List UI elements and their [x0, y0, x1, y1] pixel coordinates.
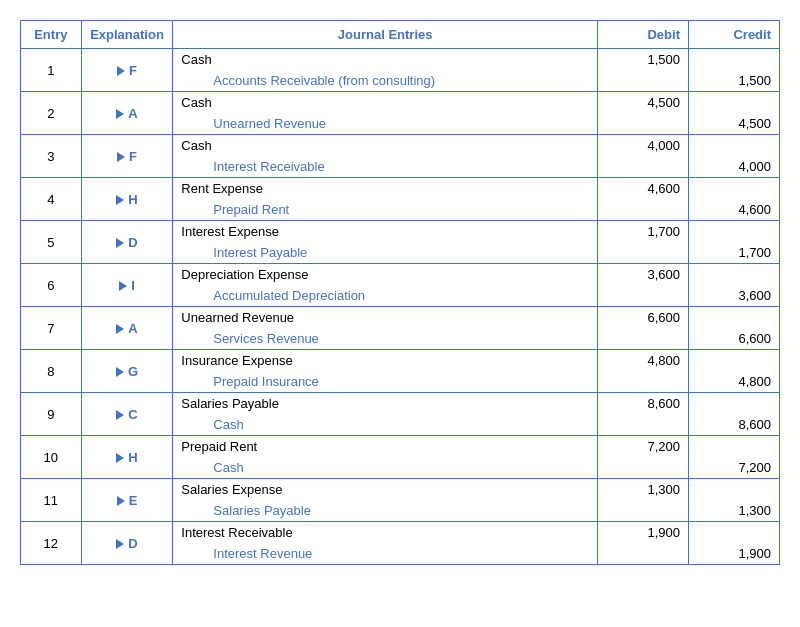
debit-account: Cash — [173, 49, 598, 71]
table-row: 3FCash4,000 — [21, 135, 780, 157]
debit-value-empty — [597, 414, 688, 436]
header-entry: Entry — [21, 21, 82, 49]
credit-account: Unearned Revenue — [173, 113, 598, 135]
credit-value-empty — [688, 92, 779, 114]
debit-value-empty — [597, 371, 688, 393]
debit-value: 4,600 — [597, 178, 688, 200]
table-row: 12DInterest Receivable1,900 — [21, 522, 780, 544]
credit-value: 4,600 — [688, 199, 779, 221]
credit-value: 1,700 — [688, 242, 779, 264]
explanation-cell: E — [81, 479, 173, 522]
explanation-letter: D — [128, 235, 137, 250]
credit-value-empty — [688, 221, 779, 243]
credit-value: 6,600 — [688, 328, 779, 350]
explanation-letter: I — [131, 278, 135, 293]
credit-value: 4,800 — [688, 371, 779, 393]
credit-value: 1,500 — [688, 70, 779, 92]
debit-account: Interest Receivable — [173, 522, 598, 544]
entry-number: 7 — [21, 307, 82, 350]
credit-value-empty — [688, 393, 779, 415]
table-row: 10HPrepaid Rent7,200 — [21, 436, 780, 458]
explanation-cell: H — [81, 436, 173, 479]
debit-account: Insurance Expense — [173, 350, 598, 372]
debit-value-empty — [597, 543, 688, 565]
explanation-letter: H — [128, 450, 137, 465]
debit-value-empty — [597, 113, 688, 135]
explanation-letter: C — [128, 407, 137, 422]
entry-number: 4 — [21, 178, 82, 221]
explanation-letter: A — [128, 106, 137, 121]
credit-value-empty — [688, 479, 779, 501]
table-row: 9CSalaries Payable8,600 — [21, 393, 780, 415]
debit-value: 1,700 — [597, 221, 688, 243]
table-row: 4HRent Expense4,600 — [21, 178, 780, 200]
journal-entries-table: Entry Explanation Journal Entries Debit … — [20, 20, 780, 565]
entry-number: 11 — [21, 479, 82, 522]
credit-value-empty — [688, 350, 779, 372]
debit-value: 3,600 — [597, 264, 688, 286]
entry-number: 12 — [21, 522, 82, 565]
debit-account: Cash — [173, 92, 598, 114]
explanation-cell: D — [81, 221, 173, 264]
debit-account: Interest Expense — [173, 221, 598, 243]
explanation-letter: E — [129, 493, 138, 508]
debit-account: Cash — [173, 135, 598, 157]
explanation-cell: A — [81, 92, 173, 135]
debit-account: Salaries Payable — [173, 393, 598, 415]
debit-value: 1,300 — [597, 479, 688, 501]
entry-number: 3 — [21, 135, 82, 178]
debit-value: 4,800 — [597, 350, 688, 372]
debit-value-empty — [597, 285, 688, 307]
explanation-cell: G — [81, 350, 173, 393]
explanation-cell: H — [81, 178, 173, 221]
header-journal: Journal Entries — [173, 21, 598, 49]
credit-account: Services Revenue — [173, 328, 598, 350]
debit-value-empty — [597, 500, 688, 522]
debit-value: 8,600 — [597, 393, 688, 415]
debit-value-empty — [597, 70, 688, 92]
debit-value-empty — [597, 457, 688, 479]
entry-number: 5 — [21, 221, 82, 264]
credit-value-empty — [688, 178, 779, 200]
explanation-cell: F — [81, 135, 173, 178]
credit-value: 7,200 — [688, 457, 779, 479]
credit-account: Cash — [173, 457, 598, 479]
entry-number: 8 — [21, 350, 82, 393]
header-explanation: Explanation — [81, 21, 173, 49]
credit-account: Accumulated Depreciation — [173, 285, 598, 307]
table-row: 11ESalaries Expense1,300 — [21, 479, 780, 501]
credit-value: 1,900 — [688, 543, 779, 565]
explanation-cell: D — [81, 522, 173, 565]
debit-value: 1,500 — [597, 49, 688, 71]
explanation-letter: F — [129, 63, 137, 78]
header-credit: Credit — [688, 21, 779, 49]
debit-account: Depreciation Expense — [173, 264, 598, 286]
entry-number: 6 — [21, 264, 82, 307]
explanation-cell: I — [81, 264, 173, 307]
explanation-cell: F — [81, 49, 173, 92]
debit-value: 6,600 — [597, 307, 688, 329]
entry-number: 10 — [21, 436, 82, 479]
debit-value: 4,000 — [597, 135, 688, 157]
entry-number: 2 — [21, 92, 82, 135]
credit-value: 4,500 — [688, 113, 779, 135]
debit-value-empty — [597, 328, 688, 350]
credit-account: Interest Receivable — [173, 156, 598, 178]
credit-value: 4,000 — [688, 156, 779, 178]
credit-account: Interest Payable — [173, 242, 598, 264]
credit-account: Accounts Receivable (from consulting) — [173, 70, 598, 92]
credit-account: Prepaid Rent — [173, 199, 598, 221]
debit-value-empty — [597, 156, 688, 178]
credit-value-empty — [688, 522, 779, 544]
debit-account: Salaries Expense — [173, 479, 598, 501]
debit-account: Unearned Revenue — [173, 307, 598, 329]
debit-value: 4,500 — [597, 92, 688, 114]
credit-account: Prepaid Insurance — [173, 371, 598, 393]
credit-account: Cash — [173, 414, 598, 436]
table-row: 6IDepreciation Expense3,600 — [21, 264, 780, 286]
credit-value: 8,600 — [688, 414, 779, 436]
credit-value: 1,300 — [688, 500, 779, 522]
table-row: 1FCash1,500 — [21, 49, 780, 71]
debit-account: Rent Expense — [173, 178, 598, 200]
credit-value-empty — [688, 436, 779, 458]
